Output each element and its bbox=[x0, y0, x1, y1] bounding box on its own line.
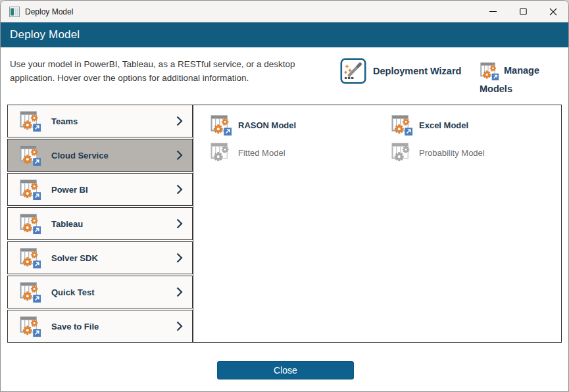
sidebar-item-label: Quick Test bbox=[51, 287, 95, 297]
deploy-model-icon-disabled bbox=[210, 141, 232, 164]
manage-models-icon bbox=[480, 61, 499, 81]
sidebar-item-label: Power BI bbox=[51, 185, 88, 195]
chevron-right-icon bbox=[176, 287, 183, 297]
chevron-right-icon bbox=[176, 184, 183, 195]
model-option-label: RASON Model bbox=[238, 120, 296, 130]
titlebar: Deploy Model bbox=[1, 1, 568, 22]
sidebar-item-solver-sdk[interactable]: Solver SDK bbox=[7, 241, 193, 274]
deploy-model-icon bbox=[19, 110, 41, 132]
close-button[interactable]: Close bbox=[217, 361, 354, 380]
magic-wand-icon bbox=[340, 58, 366, 84]
page-header: Deploy Model bbox=[1, 22, 568, 47]
deploy-model-icon bbox=[19, 212, 41, 235]
sidebar-item-save-to-file[interactable]: Save to File bbox=[7, 310, 193, 343]
chevron-right-icon bbox=[176, 321, 183, 331]
deployment-wizard-button[interactable]: Deployment Wizard bbox=[340, 58, 461, 84]
deploy-model-icon bbox=[19, 178, 41, 201]
model-option-excel[interactable]: Excel Model bbox=[391, 114, 561, 136]
deploy-model-icon-disabled bbox=[391, 141, 413, 164]
window-controls bbox=[478, 1, 568, 22]
model-option-fitted[interactable]: Fitted Model bbox=[210, 141, 391, 164]
deployment-wizard-label: Deployment Wizard bbox=[373, 66, 461, 76]
sidebar-item-label: Teams bbox=[51, 116, 78, 126]
deploy-model-icon bbox=[210, 114, 232, 136]
deploy-model-icon bbox=[391, 114, 413, 136]
close-icon bbox=[549, 8, 557, 16]
deploy-model-icon bbox=[19, 247, 41, 269]
deploy-model-window: Deploy Model Deploy Model Use your model… bbox=[0, 0, 569, 392]
maximize-button[interactable] bbox=[508, 1, 538, 22]
minimize-button[interactable] bbox=[478, 1, 508, 22]
description-text: Use your model in PowerBI, Tableau, as a… bbox=[10, 57, 318, 85]
sidebar-item-label: Tableau bbox=[51, 219, 83, 229]
deploy-model-icon bbox=[19, 315, 41, 337]
sidebar-item-teams[interactable]: Teams bbox=[7, 105, 193, 137]
deploy-target-list: Teams Cloud Service Power BI Tableau Sol… bbox=[7, 105, 193, 344]
manage-models-button[interactable]: Manage Models bbox=[480, 61, 545, 98]
chevron-right-icon bbox=[176, 218, 183, 229]
model-option-probability[interactable]: Probability Model bbox=[391, 141, 561, 164]
model-option-label: Probability Model bbox=[419, 148, 485, 158]
chevron-right-icon bbox=[176, 253, 183, 263]
chevron-right-icon bbox=[176, 150, 183, 160]
sidebar-item-power-bi[interactable]: Power BI bbox=[7, 173, 193, 206]
model-options-panel: RASON Model Excel Model Fitted Model Pro… bbox=[193, 105, 562, 343]
sidebar-item-tableau[interactable]: Tableau bbox=[7, 207, 193, 240]
sidebar-item-label: Solver SDK bbox=[51, 253, 98, 263]
sidebar-item-label: Cloud Service bbox=[51, 151, 109, 160]
model-option-label: Excel Model bbox=[419, 120, 468, 130]
deploy-model-icon bbox=[19, 281, 41, 303]
window-title: Deploy Model bbox=[25, 7, 73, 16]
maximize-icon bbox=[520, 8, 527, 15]
close-window-button[interactable] bbox=[538, 1, 568, 22]
sidebar-item-cloud-service[interactable]: Cloud Service bbox=[7, 139, 193, 172]
model-option-rason[interactable]: RASON Model bbox=[210, 114, 391, 136]
page-title: Deploy Model bbox=[10, 28, 80, 41]
deploy-model-icon bbox=[19, 144, 41, 166]
sidebar-item-quick-test[interactable]: Quick Test bbox=[7, 276, 193, 308]
chevron-right-icon bbox=[176, 116, 183, 126]
app-icon bbox=[9, 7, 20, 17]
minimize-icon bbox=[489, 8, 497, 15]
sidebar-item-label: Save to File bbox=[51, 322, 99, 331]
close-button-label: Close bbox=[274, 365, 297, 376]
model-option-label: Fitted Model bbox=[238, 148, 285, 158]
